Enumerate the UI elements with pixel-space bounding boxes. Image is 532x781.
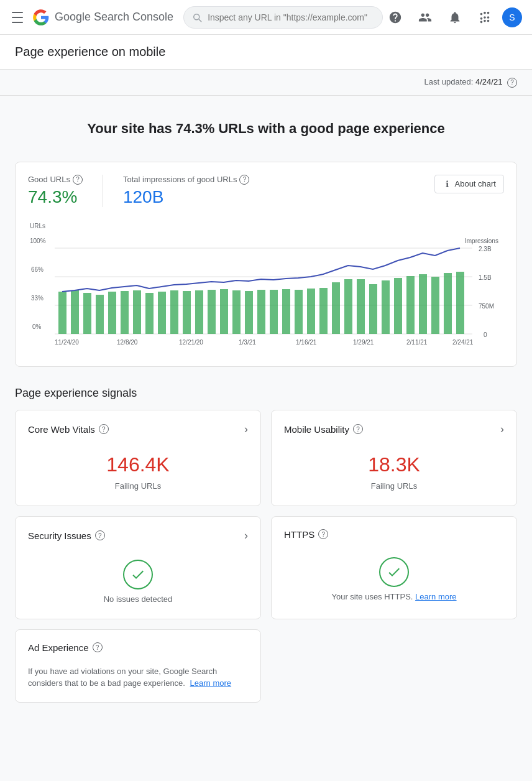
app-name: Google Search Console bbox=[55, 11, 173, 24]
good-urls-label: Good URLs ? bbox=[28, 175, 83, 185]
svg-rect-29 bbox=[245, 291, 253, 334]
svg-rect-41 bbox=[394, 278, 402, 334]
manage-users-button[interactable] bbox=[413, 5, 438, 30]
svg-text:2.3B: 2.3B bbox=[479, 246, 492, 252]
svg-rect-27 bbox=[220, 289, 228, 334]
svg-text:750M: 750M bbox=[479, 303, 494, 310]
security-issues-help-icon[interactable]: ? bbox=[95, 530, 105, 540]
ad-experience-learn-more-link[interactable]: Learn more bbox=[190, 678, 231, 688]
svg-rect-18 bbox=[108, 292, 116, 334]
security-ok-icon bbox=[123, 560, 153, 589]
svg-rect-40 bbox=[382, 280, 390, 334]
https-help-icon[interactable]: ? bbox=[318, 529, 328, 539]
core-web-vitals-card: Core Web Vitals ? › 146.4K Failing URLs bbox=[15, 410, 261, 506]
good-urls-value: 74.3% bbox=[28, 187, 83, 207]
mobile-usability-body: 18.3K Failing URLs bbox=[284, 448, 504, 493]
signals-section: Page experience signals Core Web Vitals … bbox=[15, 387, 517, 703]
https-learn-more-link[interactable]: Learn more bbox=[415, 592, 456, 601]
security-issues-title: Security Issues ? bbox=[28, 530, 105, 541]
svg-rect-39 bbox=[369, 284, 377, 334]
core-web-vitals-help-icon[interactable]: ? bbox=[99, 424, 109, 434]
core-web-vitals-title: Core Web Vitals ? bbox=[28, 424, 109, 435]
svg-rect-25 bbox=[195, 290, 203, 334]
https-body: Your site uses HTTPS. Learn more bbox=[284, 552, 504, 604]
security-issues-body: No issues detected bbox=[28, 555, 248, 606]
svg-text:1/29/21: 1/29/21 bbox=[353, 339, 374, 346]
ad-experience-header: Ad Experience ? bbox=[28, 642, 248, 653]
apps-button[interactable] bbox=[472, 5, 497, 30]
help-button[interactable] bbox=[383, 5, 408, 30]
good-urls-help-icon[interactable]: ? bbox=[73, 175, 83, 185]
google-logo-icon bbox=[32, 9, 50, 26]
good-urls-metric: Good URLs ? 74.3% bbox=[28, 175, 83, 207]
chart-card: Good URLs ? 74.3% Total impressions of g… bbox=[15, 162, 517, 367]
svg-rect-45 bbox=[444, 273, 452, 334]
svg-text:66%: 66% bbox=[31, 266, 44, 273]
hero-heading: Your site has 74.3% URLs with a good pag… bbox=[15, 111, 517, 147]
info-icon: ℹ bbox=[443, 179, 452, 189]
svg-rect-36 bbox=[332, 282, 340, 334]
svg-rect-30 bbox=[257, 290, 265, 334]
menu-icon[interactable] bbox=[10, 10, 25, 25]
core-web-vitals-link-icon[interactable]: › bbox=[244, 423, 248, 436]
ad-experience-section: Ad Experience ? If you have ad violation… bbox=[15, 629, 261, 703]
svg-rect-19 bbox=[121, 291, 129, 334]
last-updated-date: 4/24/21 bbox=[475, 77, 502, 86]
ad-experience-title: Ad Experience ? bbox=[28, 642, 103, 653]
svg-text:33%: 33% bbox=[31, 295, 44, 302]
core-web-vitals-header: Core Web Vitals ? › bbox=[28, 423, 248, 436]
mobile-usability-help-icon[interactable]: ? bbox=[353, 424, 363, 434]
mobile-usability-count: 18.3K bbox=[368, 453, 420, 476]
svg-text:0: 0 bbox=[484, 331, 487, 338]
svg-rect-20 bbox=[133, 290, 141, 334]
last-updated-bar: Last updated: 4/24/21 ? bbox=[0, 70, 532, 96]
svg-rect-32 bbox=[282, 289, 290, 334]
svg-text:0%: 0% bbox=[32, 323, 42, 330]
svg-rect-26 bbox=[208, 290, 216, 334]
last-updated-label: Last updated: bbox=[424, 77, 474, 86]
mobile-usability-header: Mobile Usability ? › bbox=[284, 423, 504, 436]
svg-rect-34 bbox=[307, 289, 315, 334]
search-input[interactable] bbox=[208, 12, 375, 22]
mobile-usability-label: Failing URLs bbox=[371, 481, 417, 491]
svg-text:12/21/20: 12/21/20 bbox=[179, 339, 203, 346]
svg-rect-33 bbox=[295, 290, 303, 334]
notifications-button[interactable] bbox=[443, 5, 467, 30]
security-status-text: No issues detected bbox=[104, 594, 173, 604]
last-updated-help-icon[interactable]: ? bbox=[507, 78, 517, 88]
core-web-vitals-body: 146.4K Failing URLs bbox=[28, 448, 248, 493]
core-web-vitals-label: Failing URLs bbox=[115, 481, 161, 491]
page-title: Page experience on mobile bbox=[15, 45, 517, 59]
https-status-text: Your site uses HTTPS. Learn more bbox=[331, 592, 456, 601]
app-header: Google Search Console S bbox=[0, 0, 532, 35]
main-content: Your site has 74.3% URLs with a good pag… bbox=[0, 96, 532, 718]
chart-metrics: Good URLs ? 74.3% Total impressions of g… bbox=[28, 175, 504, 207]
svg-rect-37 bbox=[344, 279, 352, 334]
chart-svg: URLs 100% 66% 33% 0% Impressions 2.3B 1.… bbox=[28, 217, 504, 354]
svg-rect-31 bbox=[270, 290, 278, 334]
about-chart-button[interactable]: ℹ About chart bbox=[434, 175, 505, 193]
ad-experience-help-icon[interactable]: ? bbox=[93, 642, 103, 652]
security-issues-link-icon[interactable]: › bbox=[244, 529, 248, 542]
svg-rect-44 bbox=[431, 277, 439, 334]
svg-text:2/11/21: 2/11/21 bbox=[406, 339, 428, 346]
mobile-usability-link-icon[interactable]: › bbox=[500, 423, 504, 436]
chart-area: URLs 100% 66% 33% 0% Impressions 2.3B 1.… bbox=[28, 217, 504, 354]
search-icon bbox=[191, 12, 203, 23]
impressions-help-icon[interactable]: ? bbox=[239, 175, 249, 185]
impressions-metric: Total impressions of good URLs ? 120B bbox=[123, 175, 250, 207]
svg-rect-15 bbox=[71, 290, 79, 334]
header-actions: S bbox=[383, 5, 522, 30]
svg-rect-14 bbox=[58, 292, 66, 334]
app-logo: Google Search Console bbox=[32, 9, 173, 26]
svg-text:1/16/21: 1/16/21 bbox=[296, 339, 317, 346]
svg-text:100%: 100% bbox=[30, 238, 46, 244]
https-title: HTTPS ? bbox=[284, 529, 328, 540]
search-bar[interactable] bbox=[183, 6, 383, 29]
svg-rect-17 bbox=[96, 295, 104, 334]
metric-divider bbox=[103, 175, 103, 207]
signals-heading: Page experience signals bbox=[15, 387, 517, 400]
svg-rect-23 bbox=[170, 290, 178, 334]
svg-rect-24 bbox=[183, 291, 191, 334]
avatar[interactable]: S bbox=[502, 7, 522, 27]
